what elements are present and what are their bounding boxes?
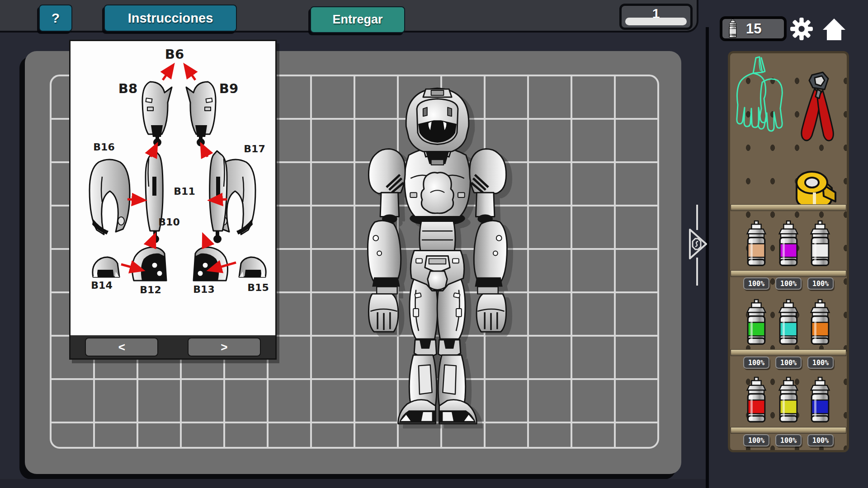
shelf-board [731, 204, 846, 211]
spray-can-teal[interactable] [777, 296, 800, 350]
drawer-handle-icon[interactable] [686, 226, 709, 262]
part-label-b15: B15 [247, 282, 269, 293]
paint-level-badge: 100% [775, 434, 802, 446]
spray-can-red[interactable] [745, 374, 768, 428]
spray-can-green[interactable] [745, 296, 768, 350]
card-pager: < > [71, 335, 275, 358]
next-page-button[interactable]: > [188, 338, 261, 357]
shelf-board [731, 427, 846, 434]
paint-level-badge: 100% [743, 434, 769, 446]
submit-button[interactable]: Entregar [310, 6, 405, 33]
home-icon[interactable] [822, 18, 846, 41]
help-button[interactable]: ? [39, 5, 72, 32]
paint-level-badge: 100% [775, 357, 802, 369]
top-toolbar: ? Instrucciones Entregar 1 [0, 0, 698, 33]
tape-icon[interactable] [791, 166, 838, 210]
level-progress-bar [625, 18, 687, 25]
part-label-b17: B17 [244, 143, 265, 155]
part-label-b10: B10 [158, 216, 179, 228]
paint-level-badge: 100% [807, 277, 834, 290]
bottom-margin [0, 479, 706, 488]
part-label-b8: B8 [118, 81, 137, 96]
robot-figure[interactable] [348, 79, 527, 429]
spray-can-magenta[interactable] [777, 217, 800, 272]
part-label-b11: B11 [174, 186, 195, 197]
wire-cutters-icon[interactable] [795, 71, 842, 155]
instructions-button[interactable]: Instrucciones [104, 5, 237, 32]
spray-can-skin[interactable] [745, 217, 768, 272]
paint-level-badge: 100% [807, 357, 834, 369]
prev-page-button[interactable]: < [85, 338, 158, 357]
spray-can-orange[interactable] [808, 296, 832, 350]
part-label-b14: B14 [91, 280, 112, 291]
gear-icon[interactable] [789, 17, 814, 41]
paint-count-pill: 15 [720, 16, 787, 41]
spray-can-yellow[interactable] [777, 374, 800, 428]
part-label-b12: B12 [140, 284, 161, 296]
paint-level-badge: 100% [743, 277, 769, 290]
spray-can-white[interactable] [808, 217, 832, 272]
part-label-b9: B9 [219, 81, 238, 96]
gloves-icon[interactable] [732, 55, 787, 159]
parts-diagram [71, 41, 275, 335]
paint-count-value: 15 [746, 21, 761, 37]
spray-can-blue[interactable] [808, 374, 832, 428]
paint-level-badge: 100% [743, 357, 769, 369]
paint-level-badge: 100% [775, 277, 802, 290]
level-counter: 1 [619, 4, 693, 30]
part-label-b16: B16 [93, 141, 114, 153]
paint-level-badge: 100% [807, 434, 834, 446]
part-label-b13: B13 [193, 284, 214, 295]
part-label-b6: B6 [165, 47, 184, 62]
game-stage: ? Instrucciones Entregar 1 15 [0, 0, 868, 488]
instruction-card: B6 B8 B9 B16 B17 B11 B10 B14 B12 B13 B15… [69, 40, 277, 360]
spray-can-icon [726, 19, 740, 39]
shelf-board [731, 349, 846, 356]
